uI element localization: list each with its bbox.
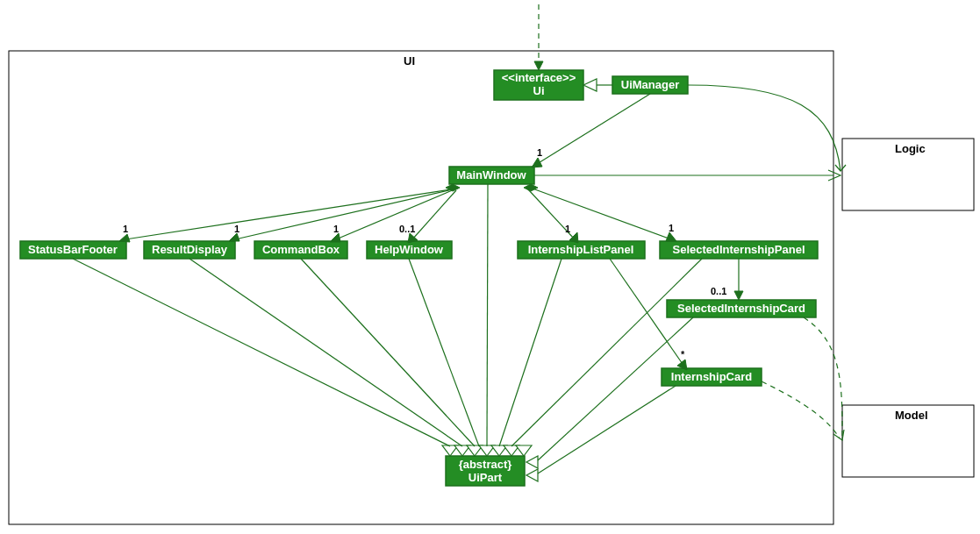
class-ui-manager: UiManager (612, 76, 688, 94)
mult-mainwindow: 1 (537, 147, 542, 158)
uml-class-diagram: UI Logic Model <<interface>> Ui UiManage… (0, 0, 980, 534)
class-command-box: CommandBox (254, 241, 347, 259)
internship-list-panel-label: InternshipListPanel (528, 243, 634, 256)
selected-internship-card-label: SelectedInternshipCard (677, 302, 805, 315)
ui-part-name: UiPart (469, 471, 503, 484)
class-main-window: MainWindow (449, 167, 534, 184)
mult-statusbar: 1 (123, 224, 128, 234)
mult-sic: 0..1 (711, 286, 726, 296)
ui-manager-label: UiManager (621, 78, 679, 91)
package-ui-label: UI (404, 54, 415, 68)
main-window-label: MainWindow (456, 168, 526, 182)
class-ui-part: {abstract} UiPart (446, 456, 525, 486)
class-result-display: ResultDisplay (144, 241, 235, 259)
mult-helpwindow: 0..1 (399, 224, 415, 234)
class-ui-interface: <<interface>> Ui (494, 70, 583, 100)
mult-resultdisplay: 1 (234, 224, 240, 234)
ui-part-stereotype: {abstract} (459, 458, 512, 471)
ui-interface-name: Ui (533, 84, 545, 97)
ui-interface-stereotype: <<interface>> (502, 71, 576, 84)
status-bar-footer-label: StatusBarFooter (28, 243, 118, 256)
package-ui-frame (9, 51, 833, 524)
command-box-label: CommandBox (262, 243, 340, 256)
package-logic-label: Logic (895, 142, 926, 155)
class-internship-card: InternshipCard (662, 368, 762, 386)
class-help-window: HelpWindow (367, 241, 452, 259)
class-internship-list-panel: InternshipListPanel (518, 241, 645, 259)
help-window-label: HelpWindow (375, 243, 444, 256)
mult-ic: * (681, 349, 685, 360)
mult-sip: 1 (669, 223, 674, 233)
class-selected-internship-panel: SelectedInternshipPanel (660, 241, 818, 259)
class-status-bar-footer: StatusBarFooter (20, 241, 126, 259)
internship-card-label: InternshipCard (671, 370, 753, 383)
package-model-label: Model (895, 409, 928, 422)
result-display-label: ResultDisplay (152, 243, 228, 256)
class-selected-internship-card: SelectedInternshipCard (667, 300, 816, 317)
mult-ilp: 1 (565, 224, 570, 234)
mult-commandbox: 1 (333, 224, 339, 234)
selected-internship-panel-label: SelectedInternshipPanel (673, 243, 805, 256)
